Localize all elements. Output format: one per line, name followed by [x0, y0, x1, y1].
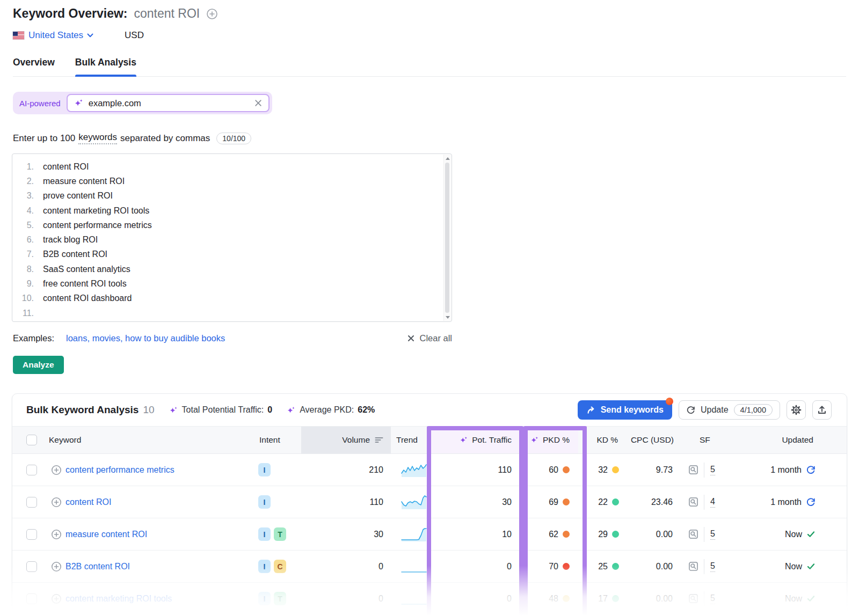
keyword-line: 6.track blog ROI	[12, 232, 452, 247]
col-pot-traffic[interactable]: Pot. Traffic	[430, 427, 519, 453]
table-row: B2B content ROI IC 0 0 70 25 0.00 5 Now	[12, 551, 847, 583]
scroll-down-arrow[interactable]	[444, 313, 451, 321]
keywords-textarea[interactable]: 1.content ROI2.measure content ROI3.prov…	[12, 153, 452, 322]
country-selector[interactable]: United States	[28, 30, 93, 41]
intent-badge-I[interactable]: I	[258, 463, 271, 476]
row-checkbox[interactable]	[26, 497, 37, 508]
settings-button[interactable]	[787, 400, 806, 420]
tab-overview[interactable]: Overview	[13, 57, 55, 76]
row-checkbox[interactable]	[26, 593, 37, 604]
keyword-link[interactable]: B2B content ROI	[65, 562, 130, 571]
col-cpc[interactable]: CPC (USD)	[631, 435, 674, 445]
divider	[704, 495, 704, 510]
sf-value[interactable]: 5	[710, 465, 715, 475]
clear-all-button[interactable]: Clear all	[407, 333, 452, 343]
tab-bulk-analysis[interactable]: Bulk Analysis	[75, 57, 136, 76]
add-keyword-icon[interactable]	[51, 529, 62, 540]
keyword-line: 10.content ROI dashboard	[12, 291, 452, 306]
pkd-status-dot	[563, 531, 570, 538]
sf-value[interactable]: 4	[710, 497, 715, 508]
card-actions: Send keywords Update 4/1,000	[578, 400, 832, 420]
table-header-row: Keyword Intent Volume Trend Pot. Traffic…	[12, 426, 847, 454]
keyword-link[interactable]: content ROI	[65, 497, 111, 507]
bulk-count: 10	[143, 404, 154, 416]
sf-value[interactable]: 5	[710, 593, 715, 604]
sort-descending-icon	[375, 437, 383, 443]
pkd-status-dot	[563, 595, 570, 602]
stat-label: Total Potential Traffic:	[182, 405, 264, 415]
close-icon	[407, 335, 414, 342]
add-keyword-to-title-icon[interactable]	[206, 8, 218, 20]
keywords-term-link[interactable]: keywords	[78, 132, 117, 144]
row-checkbox[interactable]	[26, 529, 37, 540]
pkd-value: 70	[549, 562, 558, 571]
updated-icon[interactable]	[806, 594, 816, 603]
serp-features-icon[interactable]	[688, 464, 699, 475]
pkd-status-dot	[563, 498, 570, 505]
page-title: Keyword Overview:	[13, 6, 127, 21]
domain-input[interactable]	[89, 98, 250, 108]
volume-value: 0	[378, 594, 383, 604]
intent-badge-I[interactable]: I	[258, 560, 271, 573]
add-keyword-icon[interactable]	[51, 593, 62, 604]
page-title-keyword: content ROI	[134, 6, 200, 21]
pot-traffic-value: 110	[498, 465, 512, 475]
bulk-title: Bulk Keyword Analysis	[26, 404, 139, 416]
textarea-scrollbar[interactable]	[443, 155, 451, 321]
updated-icon[interactable]	[806, 465, 816, 475]
keyword-link[interactable]: content marketing ROI tools	[65, 594, 172, 604]
col-kd[interactable]: KD %	[596, 435, 618, 445]
volume-value: 210	[369, 465, 383, 475]
select-all-checkbox[interactable]	[26, 435, 37, 445]
serp-features-icon[interactable]	[688, 529, 699, 540]
scrollbar-thumb[interactable]	[445, 163, 449, 313]
col-volume-label: Volume	[342, 435, 370, 445]
add-keyword-icon[interactable]	[51, 497, 62, 508]
col-updated[interactable]: Updated	[782, 435, 813, 445]
intent-badge-I[interactable]: I	[258, 527, 271, 541]
intent-badge-T[interactable]: T	[274, 592, 286, 605]
intent-badge-I[interactable]: I	[258, 495, 271, 509]
sf-value[interactable]: 5	[710, 561, 715, 572]
ai-sparkle-icon	[287, 406, 296, 415]
col-pot-traffic-label: Pot. Traffic	[472, 435, 512, 445]
trend-sparkline	[401, 591, 427, 606]
add-keyword-icon[interactable]	[51, 465, 62, 475]
add-keyword-icon[interactable]	[51, 561, 62, 572]
keyword-line: 7.B2B content ROI	[12, 247, 452, 262]
export-button[interactable]	[812, 400, 832, 420]
intent-badge-T[interactable]: T	[274, 527, 286, 541]
divider	[704, 463, 704, 478]
intent-badge-I[interactable]: I	[258, 592, 271, 605]
clear-domain-icon[interactable]	[254, 99, 262, 107]
col-volume-sorted[interactable]: Volume	[301, 427, 391, 453]
updated-icon[interactable]	[806, 562, 816, 571]
row-checkbox[interactable]	[26, 561, 37, 572]
updated-value: 1 month	[770, 465, 802, 475]
update-button[interactable]: Update 4/1,000	[679, 400, 780, 420]
col-pkd[interactable]: PKD %	[519, 427, 578, 453]
col-intent[interactable]: Intent	[259, 435, 280, 445]
keyword-link[interactable]: measure content ROI	[65, 530, 147, 539]
sf-value[interactable]: 5	[710, 529, 715, 540]
updated-icon[interactable]	[806, 530, 816, 539]
examples-link[interactable]: loans, movies, how to buy audible books	[66, 333, 225, 343]
analyze-button[interactable]: Analyze	[13, 356, 64, 374]
pkd-value: 62	[549, 530, 558, 539]
pot-traffic-value: 10	[502, 530, 512, 539]
serp-features-icon[interactable]	[688, 593, 699, 604]
send-keywords-button[interactable]: Send keywords	[578, 400, 672, 420]
col-keyword[interactable]: Keyword	[49, 435, 81, 445]
col-trend[interactable]: Trend	[396, 435, 418, 445]
col-sf[interactable]: SF	[700, 435, 710, 445]
stat-label: Average PKD:	[300, 405, 354, 415]
scroll-up-arrow[interactable]	[444, 155, 451, 162]
serp-features-icon[interactable]	[688, 496, 699, 508]
serp-features-icon[interactable]	[688, 561, 699, 572]
ai-powered-input-group: AI-powered	[13, 92, 272, 114]
chevron-down-icon	[87, 33, 93, 38]
row-checkbox[interactable]	[26, 465, 37, 475]
updated-icon[interactable]	[806, 497, 816, 507]
keyword-link[interactable]: content performance metrics	[65, 465, 174, 475]
intent-badge-C[interactable]: C	[274, 560, 286, 573]
